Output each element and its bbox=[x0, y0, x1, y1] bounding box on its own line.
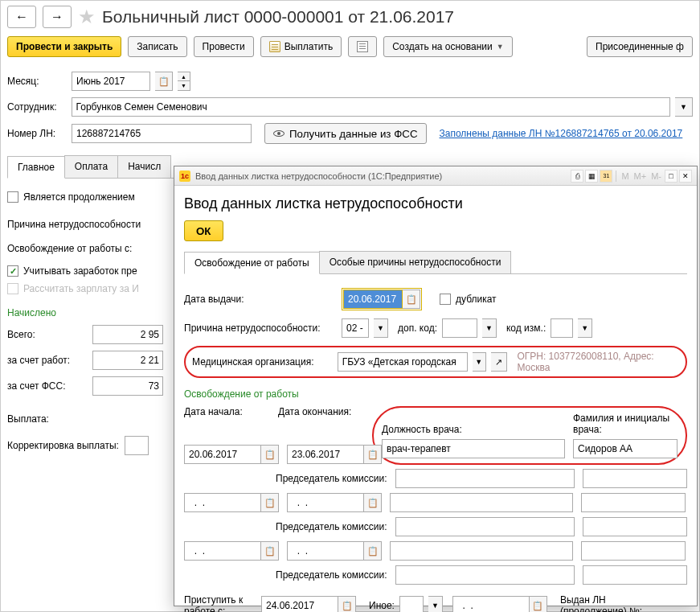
org-input[interactable] bbox=[338, 352, 468, 372]
start-date-input-2[interactable] bbox=[184, 493, 261, 512]
ok-button[interactable]: ОК bbox=[184, 220, 223, 241]
month-input[interactable] bbox=[72, 72, 150, 91]
org-open-ref-button[interactable]: ↗ bbox=[491, 352, 508, 372]
addcode-input[interactable] bbox=[442, 318, 477, 338]
attached-files-button[interactable]: Присоединенные ф bbox=[587, 36, 693, 57]
tab-payment[interactable]: Оплата bbox=[64, 155, 118, 178]
reason-code-dropdown[interactable]: ▼ bbox=[374, 318, 388, 338]
is-continuation-checkbox[interactable] bbox=[7, 191, 18, 203]
m-minus-button[interactable]: M- bbox=[649, 171, 663, 181]
chair-fio-input-1[interactable] bbox=[583, 469, 687, 488]
end-date-input-3[interactable] bbox=[287, 541, 364, 561]
col-fio-label: Фамилия и инициалы врача: bbox=[573, 413, 677, 439]
org-label: Медицинская организация: bbox=[192, 356, 333, 368]
modal-tab-release[interactable]: Освобождение от работы bbox=[184, 252, 320, 274]
other-date-input[interactable] bbox=[452, 596, 530, 612]
recalc-label: Рассчитать зарплату за И bbox=[23, 283, 139, 294]
list-button[interactable] bbox=[348, 36, 377, 57]
m-plus-button[interactable]: M+ bbox=[632, 171, 649, 181]
reason-code-input[interactable] bbox=[342, 318, 369, 338]
chair-role-input-2[interactable] bbox=[395, 517, 575, 536]
close-button[interactable]: ✕ bbox=[679, 170, 692, 183]
document-icon bbox=[269, 41, 280, 52]
employee-input[interactable] bbox=[72, 97, 671, 117]
write-button[interactable]: Записать bbox=[128, 36, 186, 57]
fss-share-input[interactable] bbox=[92, 376, 163, 396]
doctor-fio-input-3[interactable] bbox=[581, 541, 686, 561]
list-icon bbox=[357, 41, 368, 52]
pay-button[interactable]: Выплатить bbox=[260, 36, 342, 57]
month-calendar-button[interactable]: 📋 bbox=[155, 72, 173, 91]
post-button[interactable]: Провести bbox=[194, 36, 254, 57]
doctor-fio-input-1[interactable] bbox=[573, 439, 677, 458]
chair-fio-input-3[interactable] bbox=[583, 565, 687, 585]
other-dropdown[interactable]: ▼ bbox=[428, 596, 443, 612]
start-date-calendar-3[interactable]: 📋 bbox=[261, 541, 279, 561]
1c-logo-icon: 1c bbox=[179, 170, 190, 182]
start-date-input-3[interactable] bbox=[184, 541, 261, 561]
end-date-input-2[interactable] bbox=[287, 493, 364, 512]
get-fss-data-button[interactable]: Получить данные из ФСС bbox=[264, 123, 427, 144]
changecode-input[interactable] bbox=[551, 318, 573, 338]
employer-input[interactable] bbox=[92, 351, 163, 370]
changecode-dropdown[interactable]: ▼ bbox=[578, 318, 592, 338]
other-code-input[interactable] bbox=[399, 596, 424, 612]
chair-role-input-1[interactable] bbox=[395, 469, 575, 488]
modal-tab-special[interactable]: Особые причины нетрудоспособности bbox=[319, 251, 512, 273]
addcode-dropdown[interactable]: ▼ bbox=[482, 318, 497, 338]
month-stepper[interactable]: ▲ ▼ bbox=[178, 72, 190, 91]
chair-label-1: Председатель комиссии: bbox=[184, 473, 387, 484]
doctor-role-input-2[interactable] bbox=[390, 493, 573, 512]
correction-input[interactable] bbox=[125, 436, 149, 455]
end-date-calendar-3[interactable]: 📋 bbox=[364, 541, 382, 561]
duplicate-label: дубликат bbox=[456, 294, 497, 305]
chair-role-input-3[interactable] bbox=[395, 565, 575, 585]
create-based-on-button[interactable]: Создать на основании ▼ bbox=[383, 36, 512, 57]
use-prev-earnings-label: Учитывать заработок пре bbox=[23, 265, 137, 277]
nav-forward-button[interactable]: → bbox=[43, 6, 72, 28]
duplicate-checkbox[interactable] bbox=[440, 294, 451, 305]
org-dropdown[interactable]: ▼ bbox=[473, 352, 486, 372]
maximize-button[interactable]: □ bbox=[665, 170, 677, 183]
employee-dropdown-button[interactable]: ▼ bbox=[675, 97, 693, 117]
release-from-label: Освобождение от работы с: bbox=[7, 243, 132, 254]
doctor-role-input-3[interactable] bbox=[390, 541, 573, 561]
proceed-date-calendar[interactable]: 📋 bbox=[338, 596, 356, 612]
issue-date-calendar-button[interactable]: 📋 bbox=[403, 290, 420, 309]
use-prev-earnings-checkbox[interactable] bbox=[7, 265, 18, 277]
post-and-close-button[interactable]: Провести и закрыть bbox=[7, 36, 121, 57]
tab-main[interactable]: Главное bbox=[7, 156, 65, 179]
nav-back-button[interactable]: ← bbox=[7, 6, 36, 28]
issued-ln-label: Выдан ЛН (продолжение) №: bbox=[560, 594, 665, 612]
stepper-up[interactable]: ▲ bbox=[178, 72, 190, 81]
ln-number-input[interactable] bbox=[72, 124, 252, 143]
stepper-down[interactable]: ▼ bbox=[178, 81, 190, 90]
start-date-input-1[interactable] bbox=[184, 445, 261, 464]
page-title: Больничный лист 0000-000001 от 21.06.201… bbox=[102, 7, 454, 27]
chevron-down-icon: ▼ bbox=[497, 43, 504, 51]
doctor-role-input-1[interactable] bbox=[382, 439, 565, 458]
fss-data-link[interactable]: Заполнены данные ЛН №126887214765 от 20.… bbox=[440, 128, 683, 139]
chair-fio-input-2[interactable] bbox=[583, 517, 687, 536]
issue-date-input[interactable] bbox=[343, 290, 403, 309]
m-button[interactable]: M bbox=[620, 171, 630, 181]
issue-date-label: Дата выдачи: bbox=[184, 294, 337, 305]
proceed-date-input[interactable] bbox=[261, 596, 338, 612]
doctor-fio-input-2[interactable] bbox=[581, 493, 686, 512]
start-date-calendar-2[interactable]: 📋 bbox=[261, 493, 279, 512]
calendar-31-icon[interactable]: 31 bbox=[600, 170, 612, 183]
total-input[interactable] bbox=[92, 325, 163, 344]
calendar-grid-icon[interactable]: ▦ bbox=[585, 170, 598, 183]
addcode-label: доп. код: bbox=[398, 322, 437, 334]
end-date-calendar-1[interactable]: 📋 bbox=[364, 445, 382, 464]
release-section-title: Освобождение от работы bbox=[184, 382, 687, 403]
print-icon[interactable]: ⎙ bbox=[571, 170, 583, 183]
col-role-label: Должность врача: bbox=[382, 424, 565, 439]
end-date-input-1[interactable] bbox=[287, 445, 364, 464]
favorite-star-icon[interactable]: ★ bbox=[78, 6, 96, 28]
end-date-calendar-2[interactable]: 📋 bbox=[364, 493, 382, 512]
start-date-calendar-1[interactable]: 📋 bbox=[261, 445, 279, 464]
tab-accrued[interactable]: Начисл bbox=[117, 155, 171, 178]
total-label: Всего: bbox=[7, 329, 88, 340]
other-date-calendar[interactable]: 📋 bbox=[530, 596, 547, 612]
